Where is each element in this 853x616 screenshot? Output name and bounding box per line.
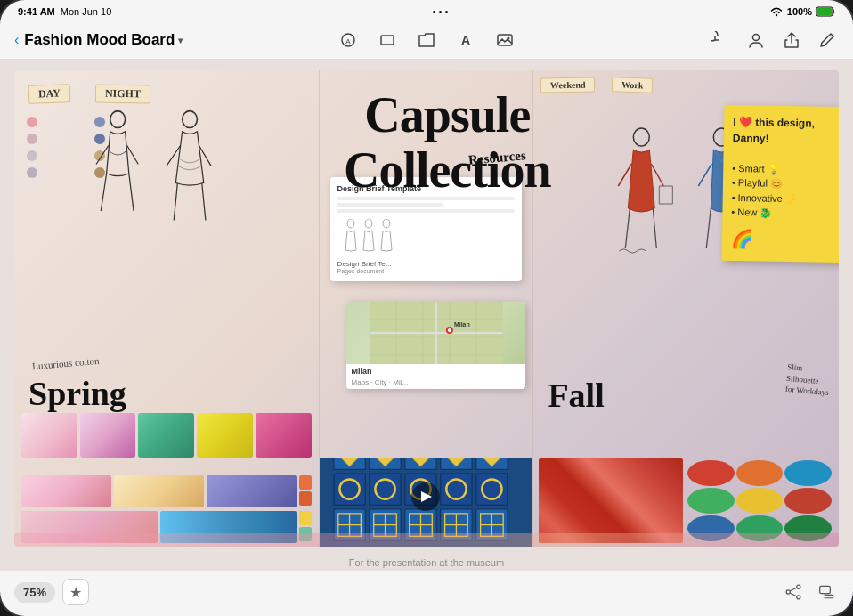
svg-point-11	[183, 111, 198, 128]
text-tool-button[interactable]: A	[454, 28, 477, 52]
color-circle	[784, 460, 832, 486]
edit-button[interactable]	[816, 28, 839, 52]
status-time: 9:41 AM	[18, 6, 55, 17]
play-icon	[421, 491, 432, 502]
svg-point-44	[797, 596, 800, 599]
status-dot-3	[445, 11, 448, 13]
map-background: Milan	[346, 302, 526, 364]
image-tool-button[interactable]	[493, 28, 516, 52]
star-icon: ★	[69, 584, 82, 601]
svg-point-40	[634, 128, 650, 146]
swatch	[299, 511, 312, 525]
rect-tool-button[interactable]	[376, 28, 399, 52]
circle-tool-button[interactable]: A	[337, 28, 360, 52]
slim-note: SlimSilhouettefor Workdays	[785, 361, 832, 399]
zoom-level[interactable]: 75%	[14, 582, 55, 603]
card-figures	[337, 219, 409, 255]
network-button[interactable]	[782, 580, 805, 604]
svg-rect-5	[381, 36, 394, 45]
swatch	[299, 475, 312, 490]
spring-text: Spring	[28, 374, 126, 413]
middle-section: Resources Design Brief Template	[320, 70, 534, 547]
svg-point-17	[447, 328, 451, 332]
sticky-note-text: I ❤️ this design, Danny! • Smart 💡 • Pla…	[731, 114, 839, 254]
status-dot-2	[439, 11, 442, 13]
sketch-figures	[21, 99, 312, 286]
work-label: Work	[612, 77, 654, 93]
status-bar: 9:41 AM Mon Jun 10 100%	[0, 0, 853, 21]
multiwindow-button[interactable]	[816, 580, 839, 604]
color-circles-grid	[686, 458, 833, 543]
play-button[interactable]	[411, 482, 440, 511]
document-title[interactable]: Fashion Mood Board ▾	[24, 31, 183, 49]
fabric-block	[197, 413, 253, 458]
color-circle	[784, 488, 832, 514]
history-button[interactable]	[709, 28, 732, 52]
left-section: DAY NIGHT	[14, 70, 320, 547]
texture-swatch	[207, 475, 297, 507]
star-button[interactable]: ★	[62, 579, 89, 605]
map-city-label: Milan	[346, 364, 526, 378]
wifi-icon	[769, 6, 784, 17]
texture-label: Luxurious cotton	[32, 355, 100, 372]
share-button[interactable]	[780, 28, 803, 52]
card-line	[337, 209, 516, 213]
design-brief-title: Design Brief Template	[337, 184, 516, 193]
back-button[interactable]: ‹	[14, 32, 19, 48]
svg-point-12	[347, 219, 354, 228]
canvas-area: Capsule Collection DAY NIGHT	[0, 60, 853, 571]
svg-point-8	[508, 37, 510, 40]
svg-point-43	[797, 585, 800, 588]
swatch	[299, 491, 312, 506]
fabric-block	[80, 413, 136, 458]
svg-point-42	[786, 590, 790, 594]
card-subtitle: Design Brief Te...	[337, 260, 516, 268]
texture-swatch	[114, 475, 204, 507]
battery-text: 100%	[787, 6, 812, 17]
svg-point-9	[753, 35, 760, 41]
fabric-block	[256, 413, 312, 458]
svg-text:A: A	[345, 37, 351, 45]
toolbar: ‹ Fashion Mood Board ▾ A A	[0, 21, 853, 60]
fall-text: Fall	[548, 376, 604, 415]
color-circle	[736, 460, 784, 486]
svg-text:A: A	[461, 33, 470, 47]
mood-board[interactable]: Capsule Collection DAY NIGHT	[14, 70, 839, 547]
resources-text: Resources	[467, 148, 526, 168]
bottom-bar: 75% ★	[0, 571, 853, 616]
color-circle	[687, 488, 735, 514]
status-day: Mon Jun 10	[61, 6, 111, 17]
fabric-samples	[21, 413, 312, 458]
collab-button[interactable]	[744, 28, 768, 52]
svg-rect-7	[498, 35, 512, 45]
color-grid-block	[539, 458, 683, 543]
title-dropdown-icon: ▾	[178, 36, 183, 45]
card-doc-type: Pages document	[337, 268, 516, 274]
svg-point-13	[365, 219, 372, 228]
ipad-frame: 9:41 AM Mon Jun 10 100% ‹	[0, 0, 853, 616]
map-sublabel: Maps · City · Mil...	[346, 378, 526, 389]
color-grid-area	[539, 458, 833, 543]
canvas-caption: For the presentation at the museum	[0, 554, 853, 571]
status-dot-1	[433, 11, 435, 13]
folder-tool-button[interactable]	[415, 28, 438, 52]
fabric-block	[21, 413, 77, 458]
texture-swatch	[21, 475, 111, 507]
battery-icon	[816, 6, 835, 17]
fabric-block	[138, 413, 194, 458]
floral-accent	[14, 533, 839, 547]
map-card[interactable]: Milan Milan Maps · City · Mil...	[346, 302, 526, 389]
color-circle	[736, 488, 784, 514]
design-brief-card[interactable]: Design Brief Template	[330, 177, 523, 281]
svg-point-0	[776, 14, 777, 16]
color-circle	[687, 460, 735, 486]
svg-point-10	[110, 111, 126, 128]
svg-point-14	[383, 219, 390, 228]
weekend-label: Weekend	[540, 77, 596, 93]
card-line	[337, 203, 444, 207]
svg-text:Milan: Milan	[453, 321, 469, 328]
sticky-note[interactable]: I ❤️ this design, Danny! • Smart 💡 • Pla…	[721, 105, 839, 263]
card-line	[337, 197, 516, 200]
svg-rect-2	[817, 8, 832, 15]
svg-rect-45	[820, 586, 831, 593]
